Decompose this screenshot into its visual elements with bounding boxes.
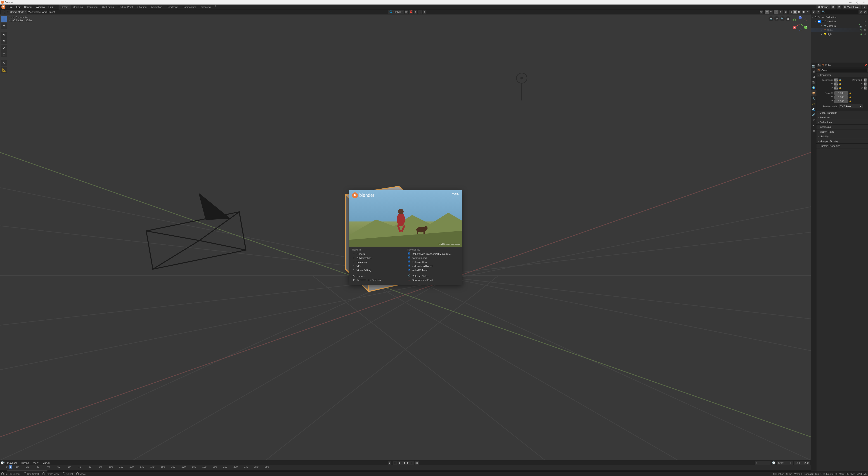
prop-tab-particles[interactable]: ✨ xyxy=(811,101,816,107)
lock-icon[interactable]: 🔓 xyxy=(848,99,852,103)
tool-rotate[interactable]: ⟳ xyxy=(1,38,7,44)
prop-tab-data[interactable]: ▽ xyxy=(811,117,816,123)
prop-tab-modifiers[interactable]: 🔧 xyxy=(811,96,816,101)
prop-tab-render[interactable]: 📷 xyxy=(811,63,816,69)
workspace-tab-animation[interactable]: Animation xyxy=(149,4,164,9)
outliner-collection[interactable]: ▾ 🗀 Collection 👁 xyxy=(811,19,868,24)
visibility-toggle[interactable]: 👁 xyxy=(863,29,867,31)
visibility-toggle[interactable]: 👁 xyxy=(863,24,867,27)
play-button[interactable]: ▶ xyxy=(406,461,410,465)
splash-recent-0[interactable]: 🌀Roblox New Blender 2.8 Move Silv... xyxy=(407,252,459,256)
keyframe-next-button[interactable]: ⏵ xyxy=(410,461,414,465)
mode-dropdown[interactable]: ◳ Object Mode ▾ xyxy=(5,10,27,14)
lock-icon[interactable]: 🔓 xyxy=(848,95,852,99)
scene-new-button[interactable]: 🗋 xyxy=(831,5,835,9)
outliner-display-dropdown[interactable]: ▾ xyxy=(816,10,820,14)
panel-collections[interactable]: ▸Collections xyxy=(816,120,868,125)
snap-toggle[interactable]: 🧲 xyxy=(409,10,413,14)
tool-cursor[interactable]: ✛ xyxy=(1,22,7,29)
workspace-tab-uvediting[interactable]: UV Editing xyxy=(100,4,116,9)
gizmo-dropdown[interactable]: ▾ xyxy=(769,10,773,14)
tool-select-box[interactable]: ▭ xyxy=(1,16,7,22)
loc-y-field[interactable]: 0m xyxy=(834,82,838,86)
workspace-tab-modeling[interactable]: Modeling xyxy=(70,4,85,9)
viewport-menu-view[interactable]: View xyxy=(28,11,33,13)
timeline-menu-playback[interactable]: Playback xyxy=(6,462,19,464)
collection-checkbox[interactable] xyxy=(818,20,821,23)
outliner-item-camera[interactable]: ▸📷 Camera ▸📷 👁 xyxy=(811,24,868,28)
rotation-mode-dropdown[interactable]: XYZ Euler▾ xyxy=(839,104,863,108)
lock-icon[interactable]: 🔓 xyxy=(848,91,852,95)
splash-recent-1[interactable]: 🌀earnfre.blend xyxy=(407,256,459,260)
outliner-scene-collection[interactable]: ▸🗀 Scene Collection xyxy=(811,15,868,19)
splash-open[interactable]: 🗁Open... xyxy=(352,274,403,278)
outliner-editor-dropdown[interactable]: ≣▾ xyxy=(812,10,815,14)
proportional-toggle[interactable]: ◯ xyxy=(418,10,422,14)
rot-z-field[interactable]: 0° xyxy=(864,86,867,90)
splash-new-sculpt[interactable]: 🗋Sculpting xyxy=(352,260,403,264)
lock-icon[interactable]: 🔓 xyxy=(838,78,841,82)
window-minimize-button[interactable]: — xyxy=(847,0,854,4)
scale-z-field[interactable]: 1.000 xyxy=(834,99,848,103)
tool-annotate[interactable]: ✎ xyxy=(1,60,7,66)
timeline-track[interactable]: 0102030405060708090100110120130140150160… xyxy=(0,465,811,472)
autokey-toggle[interactable]: ● xyxy=(388,461,392,465)
timeline-playhead[interactable]: 1 xyxy=(8,465,12,469)
splash-new-video[interactable]: 🗋Video Editing xyxy=(352,268,403,272)
proportional-dropdown[interactable]: ▾ xyxy=(423,10,427,14)
menu-render[interactable]: Render xyxy=(22,4,34,9)
pin-button[interactable]: 📌 xyxy=(864,64,867,67)
shading-wire[interactable] xyxy=(788,10,793,14)
window-close-button[interactable]: ✕ xyxy=(861,0,867,4)
splash-dev-fund[interactable]: ♥Development Fund xyxy=(407,278,459,282)
keyframe-prev-button[interactable]: ⏴ xyxy=(398,461,402,465)
viewport-3d[interactable]: User Perspective (1) Collection | Cube ▭… xyxy=(0,14,811,460)
splash-recent-4[interactable]: 🌀sadad21.blend xyxy=(407,268,459,272)
menu-help[interactable]: Help xyxy=(46,4,55,9)
scene-selector[interactable]: 📽 Scene xyxy=(816,5,830,9)
orientation-dropdown[interactable]: 🌐 Global ▾ xyxy=(388,10,404,14)
splash-new-2d[interactable]: 🗋2D Animation xyxy=(352,256,403,260)
view-pan-button[interactable]: ✥ xyxy=(774,16,779,21)
end-frame-field[interactable]: End:250 xyxy=(794,461,810,465)
overlay-toggle[interactable]: ☼ xyxy=(774,10,778,14)
viewlayer-new-button[interactable]: 🗋 xyxy=(862,5,867,9)
workspace-tab-rendering[interactable]: Rendering xyxy=(164,4,180,9)
prop-tab-texture[interactable]: ▦ xyxy=(811,128,816,134)
prop-tab-physics[interactable]: 🌊 xyxy=(811,107,816,112)
navigation-gizmo[interactable]: X Y Z xyxy=(792,16,808,32)
prop-tab-viewlayer[interactable]: 🖼 xyxy=(811,74,816,79)
workspace-tab-layout[interactable]: Layout xyxy=(59,4,70,9)
prop-tab-material[interactable]: ● xyxy=(811,123,816,128)
timeline-scrollbar[interactable] xyxy=(7,470,48,472)
prop-tab-scene[interactable]: 🎬 xyxy=(811,79,816,85)
lock-icon[interactable]: 🔓 xyxy=(838,82,841,86)
timeline-editor-dropdown[interactable]: 🕐▾ xyxy=(1,461,4,465)
prop-tab-object[interactable]: 📦 xyxy=(811,90,816,96)
object-name-input[interactable] xyxy=(820,68,867,72)
workspace-tab-shading[interactable]: Shading xyxy=(135,4,149,9)
prop-tab-world[interactable]: 🌍 xyxy=(811,85,816,90)
overlay-dropdown[interactable]: ▾ xyxy=(779,10,783,14)
visibility-dropdown[interactable]: 👁▾ xyxy=(760,10,763,14)
outliner-filter-button[interactable]: ⚙ xyxy=(859,10,863,14)
rot-y-field[interactable]: 0° xyxy=(864,82,867,86)
current-frame-field[interactable]: 1 xyxy=(755,461,771,465)
viewport-menu-select[interactable]: Select xyxy=(34,11,41,13)
workspace-tab-compositing[interactable]: Compositing xyxy=(180,4,199,9)
pivot-dropdown[interactable]: ⊙▾ xyxy=(405,10,408,14)
panel-transform-header[interactable]: ▾Transform xyxy=(816,73,868,77)
timeline-menu-keying[interactable]: Keying xyxy=(20,462,31,464)
view-ortho-button[interactable]: ▦ xyxy=(785,16,790,21)
splash-recent-2[interactable]: 🌀fesfdsfef.blend xyxy=(407,260,459,264)
panel-visibility[interactable]: ▸Visibility xyxy=(816,134,868,139)
workspace-tab-scripting[interactable]: Scripting xyxy=(199,4,213,9)
prop-tab-constraints[interactable]: 🔗 xyxy=(811,112,816,117)
rot-x-field[interactable]: 0° xyxy=(864,78,867,82)
outliner-item-light[interactable]: ▸💡 Light ◉ 👁 xyxy=(811,32,868,36)
scale-x-field[interactable]: 1.000 xyxy=(834,91,848,95)
splash-new-general[interactable]: 🗋General xyxy=(352,252,403,256)
lock-icon[interactable]: 🔓 xyxy=(838,86,841,90)
viewport-menu-add[interactable]: Add xyxy=(42,11,47,13)
splash-new-vfx[interactable]: 🗋VFX xyxy=(352,264,403,268)
